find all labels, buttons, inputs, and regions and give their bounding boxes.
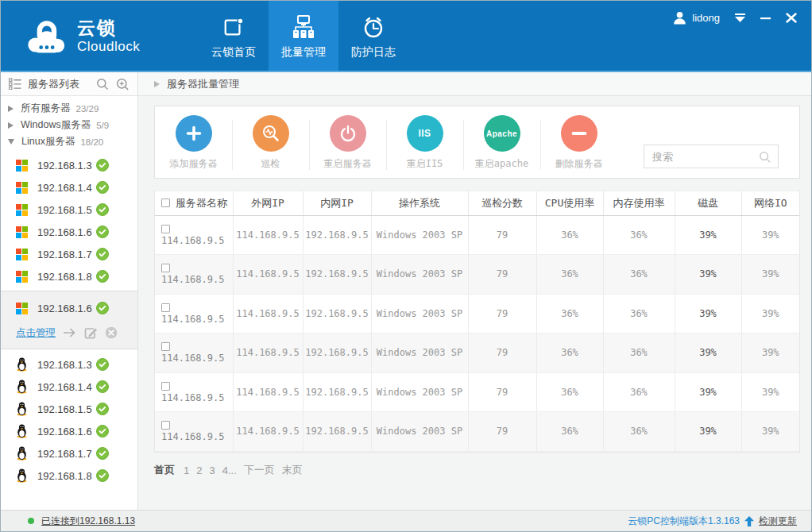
- cell-score: 79: [468, 294, 536, 333]
- table-row[interactable]: 114.168.9.5 114.168.9.5 192.168.9.5 Wind…: [155, 215, 799, 255]
- column-header-name: 服务器名称: [155, 191, 233, 215]
- pagination-item[interactable]: 下一页: [244, 463, 275, 477]
- cell-score: 79: [468, 333, 536, 373]
- restart-iis-button[interactable]: IIS 重启IIS: [386, 115, 463, 178]
- dropdown-caret-icon[interactable]: [734, 12, 746, 25]
- version-area: 云锁PC控制端版本1.3.163 检测更新: [628, 515, 797, 528]
- server-list-item[interactable]: 192.168.1.6: [1, 420, 137, 442]
- row-checkbox[interactable]: [161, 382, 170, 391]
- server-ip: 192.168.1.6: [37, 426, 95, 438]
- windows-server-list: 192.168.1.3 192.168.1.4 192.168.1.5 192.…: [1, 154, 137, 287]
- linux-tux-icon: [16, 402, 28, 416]
- minimize-button[interactable]: [760, 12, 771, 25]
- cell-cpu: 36%: [536, 255, 603, 295]
- search-input[interactable]: [644, 145, 778, 168]
- window-controls: lidong: [673, 11, 797, 25]
- table-row[interactable]: 114.168.9.5 114.168.9.5 192.168.9.5 Wind…: [155, 294, 799, 333]
- connection-link[interactable]: 已连接到192.168.1.13: [41, 515, 135, 528]
- server-list-item[interactable]: 192.168.1.3: [1, 154, 137, 176]
- table-row[interactable]: 114.168.9.5 114.168.9.5 192.168.9.5 Wind…: [155, 255, 799, 295]
- windows-icon: [16, 271, 28, 283]
- restart-apache-button[interactable]: Apache 重启apache: [463, 115, 540, 178]
- tree-group-windows-servers[interactable]: Windows服务器 5/9: [1, 117, 137, 133]
- selected-server-item[interactable]: 192.168.1.6: [1, 297, 137, 319]
- selected-server-panel: 192.168.1.6 点击管理: [1, 291, 137, 349]
- selected-server-actions: 点击管理: [1, 322, 137, 344]
- cell-memory: 36%: [603, 372, 675, 412]
- server-list-item[interactable]: 192.168.1.5: [1, 398, 137, 420]
- row-checkbox[interactable]: [161, 225, 170, 233]
- breadcrumb: 服务器批量管理: [138, 72, 811, 96]
- server-list-item[interactable]: 192.168.1.7: [1, 442, 137, 465]
- remove-server-icon[interactable]: [105, 326, 118, 339]
- search-box: [644, 145, 779, 168]
- tree-group-all-servers[interactable]: 所有服务器 23/29: [1, 100, 137, 117]
- table-body: 114.168.9.5 114.168.9.5 192.168.9.5 Wind…: [155, 215, 799, 451]
- logo-title: 云锁: [77, 19, 140, 37]
- select-all-checkbox[interactable]: [161, 199, 170, 207]
- update-arrow-icon: [744, 516, 754, 526]
- tree-group-linux-servers[interactable]: Linux服务器 18/20: [1, 133, 137, 150]
- status-ok-icon: [96, 270, 109, 283]
- delete-server-button[interactable]: 删除服务器: [540, 115, 617, 178]
- pagination-item[interactable]: 3: [209, 465, 215, 476]
- search-icon[interactable]: [759, 151, 771, 167]
- sidebar-header: 服务器列表: [1, 72, 137, 96]
- manage-link[interactable]: 点击管理: [16, 326, 56, 340]
- minus-icon: [561, 115, 597, 152]
- table-filler-row: [155, 451, 799, 452]
- app-window: 云锁 Cloudlock 云锁首页 批量管理 防护日志: [0, 0, 812, 532]
- table-row[interactable]: 114.168.9.5 114.168.9.5 192.168.9.5 Wind…: [155, 372, 799, 412]
- user-button[interactable]: lidong: [673, 11, 720, 25]
- server-list-item[interactable]: 192.168.1.4: [1, 376, 137, 398]
- pagination-item[interactable]: 2: [196, 465, 202, 476]
- tab-home[interactable]: 云锁首页: [199, 1, 269, 71]
- check-update-link[interactable]: 检测更新: [759, 515, 797, 528]
- server-list-item[interactable]: 192.168.1.4: [1, 176, 137, 199]
- server-list-item[interactable]: 192.168.1.8: [1, 265, 137, 287]
- tab-protection-log[interactable]: 防护日志: [338, 1, 408, 71]
- tab-batch-management[interactable]: 批量管理: [269, 1, 338, 71]
- cell-network-io: 39%: [741, 333, 799, 373]
- pagination: 首页1234...下一页末页: [154, 463, 811, 477]
- plus-icon: [176, 115, 212, 152]
- server-list-item[interactable]: 192.168.1.8: [1, 465, 137, 487]
- add-server-button[interactable]: 添加服务器: [155, 115, 232, 178]
- table-row[interactable]: 114.168.9.5 114.168.9.5 192.168.9.5 Wind…: [155, 333, 799, 373]
- table-row[interactable]: 114.168.9.5 114.168.9.5 192.168.9.5 Wind…: [155, 412, 799, 452]
- server-list-item[interactable]: 192.168.1.5: [1, 199, 137, 221]
- server-list-item[interactable]: 192.168.1.7: [1, 243, 137, 265]
- search-icon[interactable]: [96, 78, 109, 91]
- status-ok-icon: [96, 159, 109, 172]
- row-checkbox[interactable]: [161, 303, 170, 312]
- server-table: 服务器名称 外网IP内网IP操作系统巡检分数CPU使用率内存使用率磁盘网络IO …: [154, 191, 800, 453]
- close-button[interactable]: [786, 12, 797, 25]
- expanded-arrow-icon: [8, 139, 14, 145]
- status-ok-icon: [96, 380, 109, 393]
- column-header: 内存使用率: [603, 191, 675, 215]
- cell-network-io: 39%: [741, 255, 799, 295]
- row-checkbox[interactable]: [161, 264, 170, 272]
- row-checkbox[interactable]: [161, 421, 170, 430]
- cell-network-io: 39%: [741, 412, 799, 452]
- row-checkbox[interactable]: [161, 342, 170, 351]
- pagination-item[interactable]: 1: [184, 465, 189, 476]
- pagination-item[interactable]: 4...: [222, 465, 237, 476]
- cell-lan-ip: 192.168.9.5: [303, 412, 371, 452]
- cell-lan-ip: 192.168.9.5: [303, 215, 371, 255]
- restart-server-button[interactable]: 重启服务器: [309, 115, 386, 178]
- windows-icon: [16, 160, 28, 172]
- server-ip: 192.168.1.6: [37, 303, 95, 314]
- pagination-item[interactable]: 首页: [154, 463, 175, 477]
- edit-server-icon[interactable]: [84, 326, 98, 339]
- pagination-item[interactable]: 末页: [282, 463, 303, 477]
- zoom-search-icon[interactable]: [116, 78, 130, 91]
- status-ok-icon: [96, 203, 109, 216]
- server-list-item[interactable]: 192.168.1.3: [1, 353, 137, 376]
- cell-network-io: 39%: [741, 294, 799, 333]
- cell-wan-ip: 114.168.9.5: [233, 333, 303, 373]
- windows-icon: [16, 182, 28, 194]
- inspect-button[interactable]: 巡检: [232, 115, 309, 178]
- server-list-item[interactable]: 192.168.1.6: [1, 221, 137, 243]
- column-header: 磁盘: [675, 191, 741, 215]
